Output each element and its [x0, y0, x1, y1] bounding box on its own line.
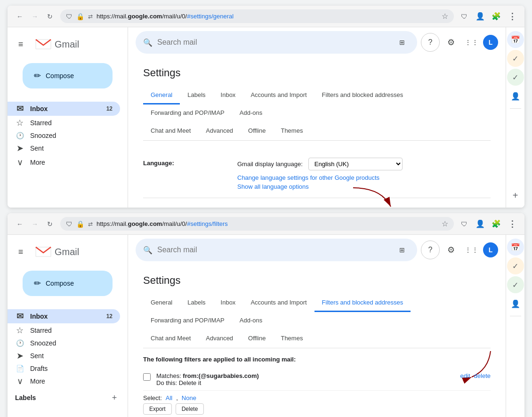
right-calendar-icon-1[interactable]: 📅 — [507, 31, 524, 48]
delete-btn[interactable]: Delete — [176, 403, 204, 415]
apps-btn-1[interactable]: ⋮⋮ — [462, 33, 481, 52]
tab-forwarding-2[interactable]: Forwarding and POP/IMAP — [143, 312, 232, 330]
account-icon-1[interactable]: 👤 — [474, 10, 487, 23]
topbar-icons-1: ? ⚙ ⋮⋮ L — [421, 33, 498, 52]
avatar-btn-2[interactable]: L — [483, 242, 498, 257]
gmail-app-1: ≡ Gmail ✏ Compose ✉ Inbox — [8, 27, 524, 208]
tab-inbox-1[interactable]: Inbox — [213, 87, 243, 104]
tab-labels-2[interactable]: Labels — [180, 294, 213, 312]
sidebar-item-inbox-1[interactable]: ✉ Inbox 12 — [8, 102, 120, 116]
menu-icon-1[interactable]: ⋮ — [506, 10, 519, 23]
pocket-icon-1[interactable]: 🛡 — [458, 10, 471, 23]
address-bar-text-2: https://mail.google.com/mail/u/0/#settin… — [97, 220, 438, 227]
settings-btn-1[interactable]: ⚙ — [442, 33, 460, 52]
compose-btn-1[interactable]: ✏ Compose — [23, 63, 113, 88]
tab-chat-2[interactable]: Chat and Meet — [143, 330, 198, 348]
tab-themes-2[interactable]: Themes — [273, 330, 310, 348]
language-select-1[interactable]: English (UK) English (US) — [308, 158, 403, 170]
main-content-1: 🔍 ⊞ ? ⚙ ⋮⋮ L Settings General Labels — [128, 27, 506, 208]
right-contacts-icon-2[interactable]: ✓ — [507, 276, 524, 293]
compose-btn-2[interactable]: ✏ Compose — [23, 271, 113, 296]
tab-forwarding-1[interactable]: Forwarding and POP/IMAP — [143, 104, 232, 122]
hamburger-btn-1[interactable]: ≡ — [11, 35, 30, 54]
edit-filter-link-1[interactable]: edit — [460, 372, 470, 379]
sidebar-item-snoozed-2[interactable]: 🕐 Snoozed — [8, 337, 120, 349]
tab-offline-2[interactable]: Offline — [241, 330, 273, 348]
hamburger-btn-2[interactable]: ≡ — [11, 242, 30, 261]
change-lang-link-1[interactable]: Change language settings for other Googl… — [237, 174, 491, 181]
search-bar-2[interactable]: 🔍 ⊞ — [136, 239, 417, 261]
tab-themes-1[interactable]: Themes — [273, 122, 310, 140]
search-bar-1[interactable]: 🔍 ⊞ — [136, 31, 417, 54]
filters-body-2: The following filters are applied to all… — [143, 348, 491, 417]
apps-btn-2[interactable]: ⋮⋮ — [462, 241, 481, 259]
account-icon-2[interactable]: 👤 — [474, 217, 487, 231]
sidebar-item-more-1[interactable]: ∨ More — [8, 155, 120, 169]
right-strip-divider-1 — [510, 108, 521, 109]
right-calendar-icon-2[interactable]: 📅 — [507, 239, 524, 256]
back-button-1[interactable]: ← — [13, 10, 26, 23]
export-btn[interactable]: Export — [143, 403, 172, 415]
search-filter-icon-1[interactable]: ⊞ — [395, 35, 410, 50]
tab-accounts-1[interactable]: Accounts and Import — [243, 87, 314, 104]
sidebar-item-more-2[interactable]: ∨ More — [8, 374, 120, 388]
sidebar-item-sent-2[interactable]: ➤ Sent — [8, 349, 120, 363]
sidebar-item-inbox-2[interactable]: ✉ Inbox 12 — [8, 309, 120, 323]
sidebar-item-sent-1[interactable]: ➤ Sent — [8, 141, 120, 155]
help-btn-2[interactable]: ? — [421, 241, 440, 259]
forward-button-2[interactable]: → — [28, 217, 41, 231]
tab-filters-2[interactable]: Filters and blocked addresses — [314, 294, 411, 312]
export-delete-row: Export Delete — [143, 403, 491, 417]
search-input-2[interactable] — [157, 246, 390, 254]
bookmark-icon-2[interactable]: ☆ — [442, 219, 448, 228]
tab-addons-1[interactable]: Add-ons — [232, 104, 270, 122]
reload-button-2[interactable]: ↻ — [43, 217, 56, 231]
help-btn-1[interactable]: ? — [421, 33, 440, 52]
extensions-icon-1[interactable]: 🧩 — [490, 10, 503, 23]
tab-general-1[interactable]: General — [143, 87, 180, 104]
select-none-1[interactable]: None — [182, 394, 196, 401]
avatar-btn-1[interactable]: L — [483, 35, 498, 50]
tabs-row1-2: General Labels Inbox Accounts and Import… — [143, 294, 491, 330]
toolbar-icons-2: 🛡 👤 🧩 ⋮ — [458, 217, 519, 231]
search-filter-icon-2[interactable]: ⊞ — [395, 242, 410, 257]
pocket-icon-2[interactable]: 🛡 — [458, 217, 471, 231]
search-input-1[interactable] — [157, 38, 390, 47]
sidebar-item-snoozed-1[interactable]: 🕐 Snoozed — [8, 130, 120, 141]
select-all-1[interactable]: All — [166, 394, 172, 401]
right-contacts-icon-1[interactable]: ✓ — [507, 69, 524, 86]
address-bar-1[interactable]: 🛡 🔒 ⇄ https://mail.google.com/mail/u/0/#… — [60, 9, 454, 23]
menu-icon-2[interactable]: ⋮ — [506, 217, 519, 231]
tab-addons-2[interactable]: Add-ons — [232, 312, 270, 330]
tab-accounts-2[interactable]: Accounts and Import — [243, 294, 314, 312]
delete-filter-link-1[interactable]: delete — [474, 372, 491, 379]
tab-chat-1[interactable]: Chat and Meet — [143, 122, 198, 140]
tab-labels-1[interactable]: Labels — [180, 87, 213, 104]
bookmark-icon-1[interactable]: ☆ — [442, 12, 448, 21]
site-icon-1: ⇄ — [88, 13, 93, 20]
tab-advanced-1[interactable]: Advanced — [198, 122, 241, 140]
search-area-2: 🔍 ⊞ ? ⚙ ⋮⋮ L — [128, 235, 506, 265]
tab-general-2[interactable]: General — [143, 294, 180, 312]
forward-button-1[interactable]: → — [28, 10, 41, 23]
security-icon-2: 🛡 — [66, 220, 73, 228]
right-keep-icon-1[interactable]: 👤 — [507, 88, 524, 104]
reload-button-1[interactable]: ↻ — [43, 10, 56, 23]
filter-checkbox-1[interactable] — [143, 373, 151, 381]
right-strip-plus-1[interactable]: + — [507, 187, 524, 204]
sidebar-item-drafts-2[interactable]: 📄 Drafts — [8, 363, 120, 374]
labels-section-header-2: Labels + — [8, 388, 128, 405]
right-tasks-icon-1[interactable]: ✓ — [507, 50, 524, 67]
settings-btn-2[interactable]: ⚙ — [442, 241, 460, 259]
tab-inbox-2[interactable]: Inbox — [213, 294, 243, 312]
tab-offline-1[interactable]: Offline — [241, 122, 273, 140]
sidebar-item-starred-2[interactable]: ☆ Starred — [8, 323, 120, 337]
right-keep-icon-2[interactable]: 👤 — [507, 295, 524, 312]
tab-filters-1[interactable]: Filters and blocked addresses — [314, 87, 411, 104]
back-button-2[interactable]: ← — [13, 217, 26, 231]
add-label-btn-2[interactable]: + — [109, 392, 120, 403]
extensions-icon-2[interactable]: 🧩 — [490, 217, 503, 231]
right-tasks-icon-2[interactable]: ✓ — [507, 257, 524, 274]
tab-advanced-2[interactable]: Advanced — [198, 330, 241, 348]
sidebar-item-starred-1[interactable]: ☆ Starred — [8, 116, 120, 130]
